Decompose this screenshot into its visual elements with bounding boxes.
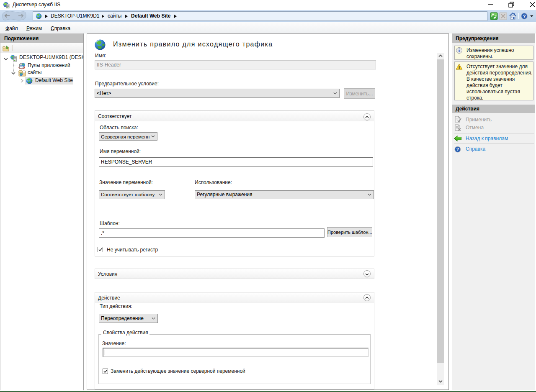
svg-text:?: ? <box>523 14 526 19</box>
svg-text:?: ? <box>456 147 459 152</box>
